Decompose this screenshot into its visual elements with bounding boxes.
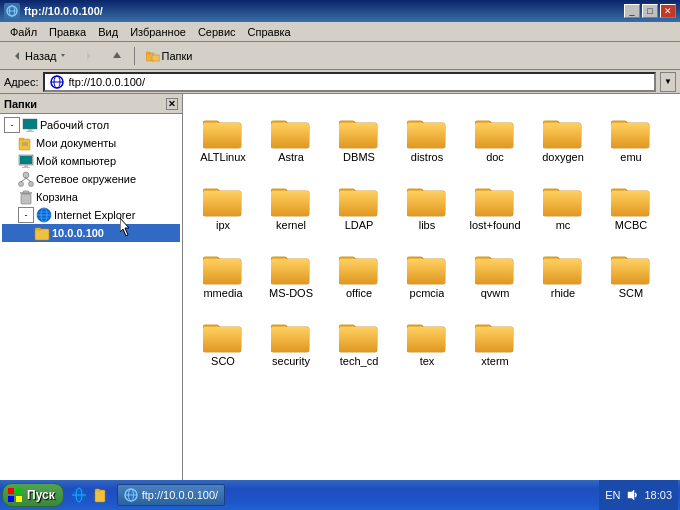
menu-bar: Файл Правка Вид Избранное Сервис Справка <box>0 22 680 42</box>
folders-button[interactable]: Папки <box>139 45 200 67</box>
mydocs-icon <box>18 135 34 151</box>
tree-item-ie[interactable]: - Internet Explorer <box>2 206 180 224</box>
tree-item-mydocs[interactable]: Мои документы <box>2 134 180 152</box>
start-button[interactable]: Пуск <box>2 483 64 507</box>
minimize-button[interactable]: _ <box>624 4 640 18</box>
folder-icon <box>339 253 379 285</box>
taskbar-active-window[interactable]: ftp://10.0.0.100/ <box>117 484 225 506</box>
tree-item-trash[interactable]: Корзина <box>2 188 180 206</box>
file-label: kernel <box>276 219 306 232</box>
address-input-container[interactable] <box>43 72 656 92</box>
file-item-distros[interactable]: distros <box>395 102 459 166</box>
file-item-rhide[interactable]: rhide <box>531 238 595 302</box>
file-item-ipx[interactable]: ipx <box>191 170 255 234</box>
forward-button[interactable] <box>76 45 102 67</box>
folder-icon <box>475 185 515 217</box>
tray-volume-icon[interactable] <box>624 487 640 503</box>
svg-rect-74 <box>475 191 513 216</box>
expand-ie[interactable]: - <box>18 207 34 223</box>
file-item-LDAP[interactable]: LDAP <box>327 170 391 234</box>
desktop-icon <box>22 117 38 133</box>
menu-view[interactable]: Вид <box>92 24 124 40</box>
folder-icon <box>475 321 515 353</box>
folder-icon <box>271 321 311 353</box>
file-item-tex[interactable]: tex <box>395 306 459 370</box>
file-item-libs[interactable]: libs <box>395 170 459 234</box>
tree-area: - Рабочий стол Мои документы <box>0 114 182 488</box>
svg-rect-65 <box>271 191 309 216</box>
svg-rect-9 <box>152 55 160 61</box>
file-item-MCBC[interactable]: MCBC <box>599 170 663 234</box>
main-area: Папки ✕ - Рабочий стол <box>0 94 680 488</box>
file-item-Astra[interactable]: Astra <box>259 102 323 166</box>
title-bar: ftp://10.0.0.100/ _ □ ✕ <box>0 0 680 22</box>
menu-help[interactable]: Справка <box>242 24 297 40</box>
panel-header: Папки ✕ <box>0 94 182 114</box>
file-item-mmedia[interactable]: mmedia <box>191 238 255 302</box>
file-item-security[interactable]: security <box>259 306 323 370</box>
trash-icon <box>18 189 34 205</box>
quicklaunch-explorer[interactable] <box>91 484 113 506</box>
svg-point-25 <box>19 182 24 187</box>
file-item-office[interactable]: office <box>327 238 391 302</box>
svg-rect-116 <box>475 327 513 352</box>
file-item-mc[interactable]: mc <box>531 170 595 234</box>
folder-icon <box>271 253 311 285</box>
svg-rect-98 <box>543 259 581 284</box>
menu-favorites[interactable]: Избранное <box>124 24 192 40</box>
quicklaunch-ie[interactable] <box>68 484 90 506</box>
svg-line-27 <box>21 178 26 182</box>
file-item-tech_cd[interactable]: tech_cd <box>327 306 391 370</box>
window-controls: _ □ ✕ <box>624 4 676 18</box>
file-item-doxygen[interactable]: doxygen <box>531 102 595 166</box>
tray-time: 18:03 <box>644 489 672 501</box>
svg-marker-6 <box>113 52 121 58</box>
svg-rect-120 <box>8 488 14 494</box>
menu-tools[interactable]: Сервис <box>192 24 242 40</box>
tree-item-mycomputer[interactable]: Мой компьютер <box>2 152 180 170</box>
tree-item-ftp[interactable]: 10.0.0.100 <box>2 224 180 242</box>
address-input[interactable] <box>69 76 650 88</box>
left-panel: Папки ✕ - Рабочий стол <box>0 94 183 488</box>
file-label: SCO <box>211 355 235 368</box>
tree-label-desktop: Рабочий стол <box>40 119 109 131</box>
close-button[interactable]: ✕ <box>660 4 676 18</box>
menu-file[interactable]: Файл <box>4 24 43 40</box>
svg-rect-101 <box>611 259 649 284</box>
file-item-xterm[interactable]: xterm <box>463 306 527 370</box>
file-label: distros <box>411 151 443 164</box>
svg-rect-50 <box>407 123 445 148</box>
svg-point-26 <box>29 182 34 187</box>
ftp-folder-icon <box>34 225 50 241</box>
file-label: qvwm <box>481 287 510 300</box>
file-label: MS-DOS <box>269 287 313 300</box>
file-item-MS-DOS[interactable]: MS-DOS <box>259 238 323 302</box>
svg-rect-89 <box>339 259 377 284</box>
folder-icon <box>407 117 447 149</box>
svg-rect-62 <box>203 191 241 216</box>
file-item-DBMS[interactable]: DBMS <box>327 102 391 166</box>
expand-desktop[interactable]: - <box>4 117 20 133</box>
file-item-doc[interactable]: doc <box>463 102 527 166</box>
file-item-pcmcia[interactable]: pcmcia <box>395 238 459 302</box>
svg-rect-104 <box>203 327 241 352</box>
file-item-lost+found[interactable]: lost+found <box>463 170 527 234</box>
folder-icon <box>339 185 379 217</box>
file-label: xterm <box>481 355 509 368</box>
back-button[interactable]: Назад <box>4 45 74 67</box>
file-item-emu[interactable]: emu <box>599 102 663 166</box>
file-item-qvwm[interactable]: qvwm <box>463 238 527 302</box>
file-item-SCM[interactable]: SCM <box>599 238 663 302</box>
file-item-ALTLinux[interactable]: ALTLinux <box>191 102 255 166</box>
up-button[interactable] <box>104 45 130 67</box>
address-dropdown[interactable]: ▼ <box>660 72 676 92</box>
tree-label-mydocs: Мои документы <box>36 137 116 149</box>
panel-close-button[interactable]: ✕ <box>166 98 178 110</box>
tree-item-desktop[interactable]: - Рабочий стол <box>2 116 180 134</box>
file-label: LDAP <box>345 219 374 232</box>
tree-item-network[interactable]: Сетевое окружение <box>2 170 180 188</box>
file-item-SCO[interactable]: SCO <box>191 306 255 370</box>
file-item-kernel[interactable]: kernel <box>259 170 323 234</box>
menu-edit[interactable]: Правка <box>43 24 92 40</box>
maximize-button[interactable]: □ <box>642 4 658 18</box>
